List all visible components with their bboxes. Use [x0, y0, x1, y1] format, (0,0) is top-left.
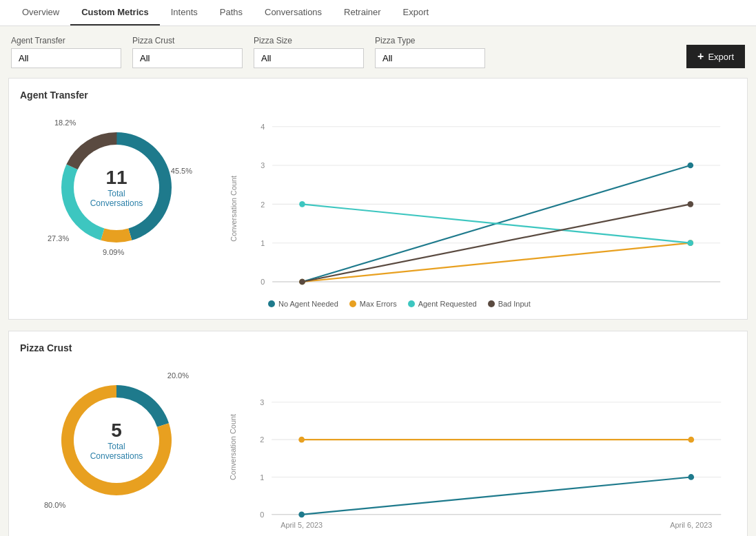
- agent-transfer-legend: No Agent Needed Max Errors Agent Request…: [268, 300, 736, 308]
- nav-tab-retrainer[interactable]: Retrainer: [333, 0, 391, 25]
- legend-dot-bad-input: [488, 300, 495, 307]
- agent-transfer-filter: Agent Transfer All: [11, 36, 121, 68]
- filters-bar: Agent Transfer All Pizza Crust All Pizza…: [0, 26, 756, 78]
- donut-segment: [101, 228, 132, 243]
- svg-text:2: 2: [260, 200, 265, 209]
- svg-point-17: [299, 201, 305, 207]
- line-max-errors: [303, 243, 691, 282]
- pizza-crust-chart-row: 20.0% 80.0% 5 Total Conversations Conver…: [20, 364, 736, 536]
- svg-text:1: 1: [260, 473, 264, 482]
- svg-point-32: [298, 511, 305, 517]
- svg-text:0: 0: [260, 511, 264, 519]
- svg-text:April 6, 2023: April 6, 2023: [670, 521, 712, 529]
- svg-point-33: [688, 474, 694, 480]
- legend-label-max-errors: Max Errors: [360, 300, 397, 308]
- agent-transfer-donut-area: 18.2% 45.5% 27.3% 9.09% 11 Total Convers…: [20, 112, 213, 263]
- pizza-type-select[interactable]: All: [375, 48, 485, 68]
- nav-tab-intents[interactable]: Intents: [160, 0, 209, 25]
- donut-segment: [66, 132, 116, 169]
- pizza-size-filter: Pizza Size All: [254, 36, 364, 68]
- export-label: Export: [708, 52, 734, 62]
- pizza-crust-donut-area: 20.0% 80.0% 5 Total Conversations: [20, 364, 213, 516]
- pizza-crust-label: Pizza Crust: [132, 36, 243, 45]
- agent-transfer-chart-row: 18.2% 45.5% 27.3% 9.09% 11 Total Convers…: [20, 112, 736, 308]
- svg-point-34: [298, 437, 305, 443]
- nav-tab-export[interactable]: Export: [392, 0, 440, 25]
- pizza-crust-section: Pizza Crust 20.0% 80.0% 5 Total Conversa…: [8, 331, 748, 536]
- pizza-type-label: Pizza Type: [375, 36, 485, 45]
- nav-tab-overview[interactable]: Overview: [11, 0, 70, 25]
- donut-center: 11 Total Conversations: [90, 167, 143, 208]
- pizza-size-select[interactable]: All: [254, 48, 364, 68]
- pizza-donut-wrapper: 20.0% 80.0% 5 Total Conversations: [41, 364, 192, 516]
- legend-dot-max-errors: [349, 300, 356, 307]
- legend-no-agent: No Agent Needed: [268, 300, 338, 308]
- pizza-crust-title: Pizza Crust: [20, 342, 736, 353]
- svg-point-14: [688, 163, 694, 169]
- pizza-donut-label: Total Conversations: [90, 442, 143, 461]
- svg-text:4: 4: [260, 123, 265, 131]
- nav-tab-paths[interactable]: Paths: [209, 0, 254, 25]
- line-gluten-free: [302, 477, 691, 514]
- nav-tab-conversations[interactable]: Conversations: [254, 0, 333, 25]
- export-button[interactable]: + Export: [686, 45, 745, 68]
- svg-text:April 6, 2023: April 6, 2023: [669, 290, 711, 291]
- pizza-crust-select[interactable]: All: [132, 48, 243, 68]
- y-axis-label-pizza: Conversation Count: [229, 414, 237, 480]
- legend-label-bad-input: Bad Input: [498, 300, 531, 308]
- svg-text:0: 0: [260, 278, 265, 286]
- line-agent-requested: [303, 204, 691, 243]
- agent-transfer-select[interactable]: All: [11, 48, 121, 68]
- agent-transfer-line-chart: Conversation Count 4 3 2 1 0 April 5, 20…: [227, 112, 736, 308]
- legend-bad-input: Bad Input: [488, 300, 531, 308]
- donut-label: Total Conversations: [90, 189, 143, 208]
- svg-point-20: [688, 201, 694, 207]
- nav-tab-custom-metrics[interactable]: Custom Metrics: [70, 0, 160, 25]
- legend-label-agent-requested: Agent Requested: [418, 300, 477, 308]
- legend-label-no-agent: No Agent Needed: [278, 300, 338, 308]
- pizza-type-filter: Pizza Type All: [375, 36, 485, 68]
- svg-text:1: 1: [260, 239, 265, 247]
- pizza-crust-filter: Pizza Crust All: [132, 36, 243, 68]
- svg-text:April 5, 2023: April 5, 2023: [281, 290, 323, 291]
- svg-point-19: [299, 279, 305, 285]
- y-axis-label: Conversation Count: [229, 176, 238, 242]
- svg-text:April 5, 2023: April 5, 2023: [280, 521, 323, 529]
- svg-point-35: [688, 437, 694, 443]
- plus-icon: +: [697, 50, 704, 63]
- svg-text:2: 2: [260, 435, 264, 444]
- pizza-crust-line-chart: Conversation Count 3 2 1 0 April 5, 2023…: [227, 364, 736, 536]
- nav-tabs: OverviewCustom MetricsIntentsPathsConver…: [0, 0, 756, 26]
- agent-transfer-line-svg: Conversation Count 4 3 2 1 0 April 5, 20…: [227, 112, 736, 291]
- svg-point-18: [688, 240, 694, 246]
- agent-transfer-section: Agent Transfer 18.2% 45.5% 27.3% 9.09% 1…: [8, 78, 748, 320]
- pizza-donut-total: 5: [90, 420, 143, 442]
- pizza-crust-line-svg: Conversation Count 3 2 1 0 April 5, 2023…: [227, 364, 736, 530]
- agent-transfer-label: Agent Transfer: [11, 36, 121, 45]
- legend-dot-agent-requested: [408, 300, 415, 307]
- svg-text:3: 3: [260, 398, 264, 406]
- legend-max-errors: Max Errors: [349, 300, 397, 308]
- legend-dot-no-agent: [268, 300, 275, 307]
- pizza-size-label: Pizza Size: [254, 36, 364, 45]
- donut-wrapper: 18.2% 45.5% 27.3% 9.09% 11 Total Convers…: [41, 112, 192, 263]
- pizza-donut-center: 5 Total Conversations: [90, 420, 143, 461]
- donut-total: 11: [90, 167, 143, 189]
- agent-transfer-title: Agent Transfer: [20, 90, 736, 101]
- svg-text:3: 3: [260, 161, 265, 169]
- legend-agent-requested: Agent Requested: [408, 300, 477, 308]
